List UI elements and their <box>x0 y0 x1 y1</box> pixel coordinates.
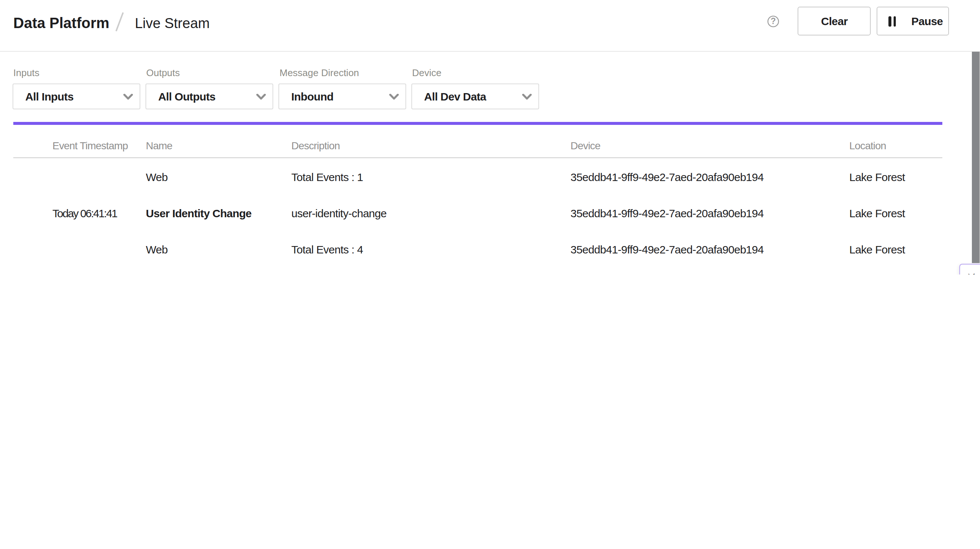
svg-text:?: ? <box>771 16 776 26</box>
